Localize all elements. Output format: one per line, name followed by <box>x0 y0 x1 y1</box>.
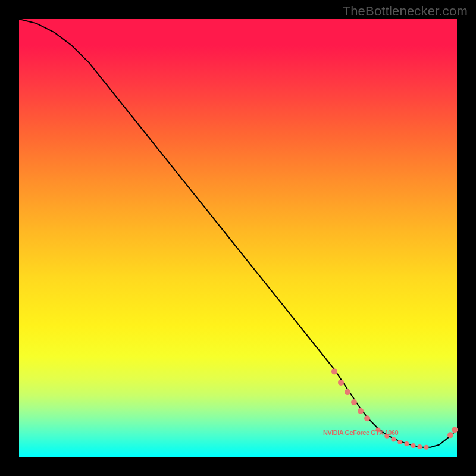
watermark-text: TheBottlenecker.com <box>343 4 468 19</box>
data-point <box>424 445 429 450</box>
chart-annotation: NVIDIA GeForce GTX 1060 <box>323 429 399 436</box>
data-point <box>345 389 350 395</box>
data-point <box>452 427 458 433</box>
chart-stage: TheBottlenecker.com NVIDIA GeForce GTX 1… <box>0 0 476 476</box>
data-point <box>447 432 453 438</box>
data-point <box>411 443 415 448</box>
data-point <box>404 441 409 446</box>
data-point <box>338 380 344 386</box>
data-point <box>351 399 357 405</box>
data-point <box>364 415 370 421</box>
data-point <box>397 440 402 444</box>
chart-svg: NVIDIA GeForce GTX 1060 <box>19 19 457 457</box>
data-point <box>331 369 337 375</box>
annotation-group: NVIDIA GeForce GTX 1060 <box>323 429 399 436</box>
plot-area: NVIDIA GeForce GTX 1060 <box>19 19 457 457</box>
marker-group <box>331 369 458 450</box>
data-point <box>358 408 364 414</box>
data-point <box>391 437 396 442</box>
bottleneck-curve <box>19 19 457 447</box>
data-point <box>417 444 422 449</box>
